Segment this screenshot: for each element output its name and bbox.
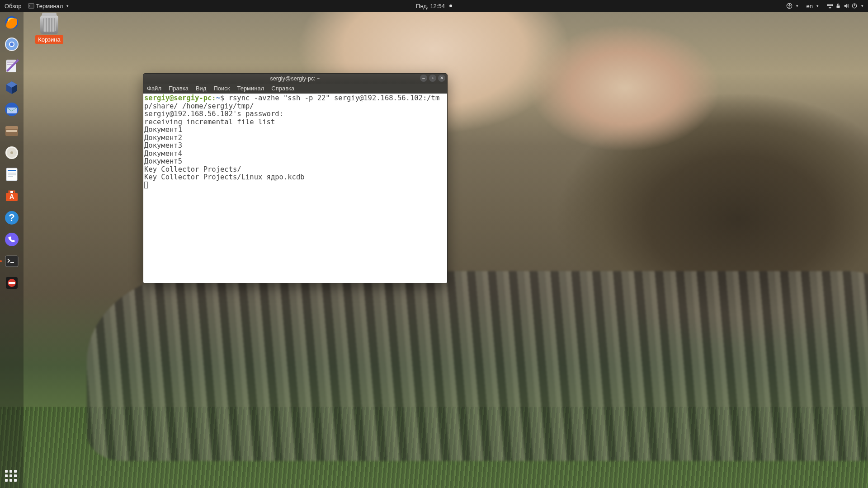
dock-terminal[interactable]: [4, 253, 20, 269]
clock-label: Пнд, 12:54: [416, 3, 445, 9]
gedit-icon: [4, 58, 19, 74]
window-titlebar[interactable]: sergiy@sergiy-pc: ~ – ▫ ✕: [143, 74, 447, 84]
clock-button[interactable]: Пнд, 12:54: [416, 3, 452, 9]
thunderbird-icon: [4, 102, 19, 117]
dock-chromium[interactable]: [4, 36, 20, 52]
prompt-path: ~: [216, 94, 220, 102]
viber-icon: [4, 232, 19, 247]
libreoffice-writer-icon: [4, 167, 19, 182]
window-close-button[interactable]: ✕: [438, 75, 445, 82]
terminal-appmenu-icon: [28, 3, 34, 9]
terminal-viewport[interactable]: sergiy@sergiy-pc:~$ rsync -avzhe "ssh -p…: [143, 94, 447, 283]
terminal-line: Документ3: [144, 141, 182, 150]
chromium-icon: [4, 37, 19, 52]
dock-software[interactable]: A: [4, 188, 20, 204]
svg-rect-36: [9, 282, 15, 284]
terminal-line: Документ5: [144, 157, 182, 165]
terminal-window: sergiy@sergiy-pc: ~ – ▫ ✕ Файл Правка Ви…: [143, 73, 448, 283]
dock-blocked-app[interactable]: [4, 275, 20, 291]
terminal-line: receiving incremental file list: [144, 118, 275, 126]
dock-help[interactable]: ?: [4, 210, 20, 226]
menu-file[interactable]: Файл: [147, 85, 161, 92]
svg-text:?: ?: [9, 212, 14, 223]
dock-gedit[interactable]: [4, 58, 20, 74]
svg-rect-20: [5, 126, 18, 129]
terminal-line: Key Collector Projects/Linux_ядро.kcdb: [144, 173, 305, 181]
gnome-topbar: Обзор Терминал ▾ Пнд, 12:54 ▾ en ▾ ▾: [0, 0, 651, 12]
svg-point-14: [10, 42, 14, 46]
svg-rect-32: [5, 256, 18, 267]
terminal-menubar: Файл Правка Вид Поиск Терминал Справка: [143, 84, 447, 94]
menu-terminal[interactable]: Терминал: [237, 85, 264, 92]
prompt-dollar: $: [220, 94, 229, 102]
svg-point-24: [10, 151, 13, 154]
terminal-line: sergiy@192.168.56.102's password:: [144, 110, 283, 118]
terminal-line: Key Collector Projects/: [144, 165, 241, 174]
desktop-trash[interactable]: Корзина: [33, 15, 65, 44]
dock-thunderbird[interactable]: [4, 101, 20, 117]
menu-search[interactable]: Поиск: [213, 85, 230, 92]
desktop-trash-label: Корзина: [35, 35, 63, 44]
svg-rect-0: [28, 4, 33, 9]
menu-edit[interactable]: Правка: [169, 85, 189, 92]
window-title: sergiy@sergiy-pc: ~: [270, 75, 321, 82]
files-icon: [4, 123, 19, 139]
terminal-icon: [4, 253, 19, 269]
svg-point-31: [5, 233, 19, 246]
prompt-sep: :: [212, 94, 216, 102]
terminal-line: Документ4: [144, 150, 182, 158]
wallpaper-cat: [87, 271, 651, 366]
terminal-line: Документ1: [144, 126, 182, 134]
notification-dot-icon: [449, 5, 452, 7]
trash-icon: [40, 15, 58, 34]
ubuntu-dock: A ?: [0, 12, 24, 366]
window-minimize-button[interactable]: –: [420, 75, 427, 82]
menu-view[interactable]: Вид: [196, 85, 207, 92]
prompt-user: sergiy@sergiy-pc: [144, 94, 212, 102]
activities-button[interactable]: Обзор: [5, 3, 22, 9]
chevron-down-icon: ▾: [66, 4, 69, 8]
dock-firefox[interactable]: [4, 14, 20, 31]
app-menu-button[interactable]: Терминал ▾: [28, 3, 69, 9]
dock-viber[interactable]: [4, 231, 20, 248]
dock-virtualbox[interactable]: [4, 80, 20, 96]
no-entry-icon: [4, 275, 19, 291]
window-maximize-button[interactable]: ▫: [429, 75, 436, 82]
svg-rect-21: [6, 130, 17, 132]
virtualbox-icon: [4, 80, 19, 95]
ubuntu-software-icon: A: [4, 188, 19, 204]
svg-rect-26: [8, 170, 16, 171]
menu-help[interactable]: Справка: [271, 85, 294, 92]
firefox-icon: [4, 15, 19, 30]
help-icon: ?: [4, 210, 19, 225]
dock-rhythmbox[interactable]: [4, 145, 20, 161]
terminal-cursor: [144, 182, 148, 188]
rhythmbox-icon: [4, 145, 19, 160]
dock-writer[interactable]: [4, 166, 20, 183]
app-menu-label: Терминал: [36, 3, 63, 9]
dock-files[interactable]: [4, 123, 20, 139]
svg-text:A: A: [9, 193, 14, 200]
terminal-line: Документ2: [144, 134, 182, 142]
